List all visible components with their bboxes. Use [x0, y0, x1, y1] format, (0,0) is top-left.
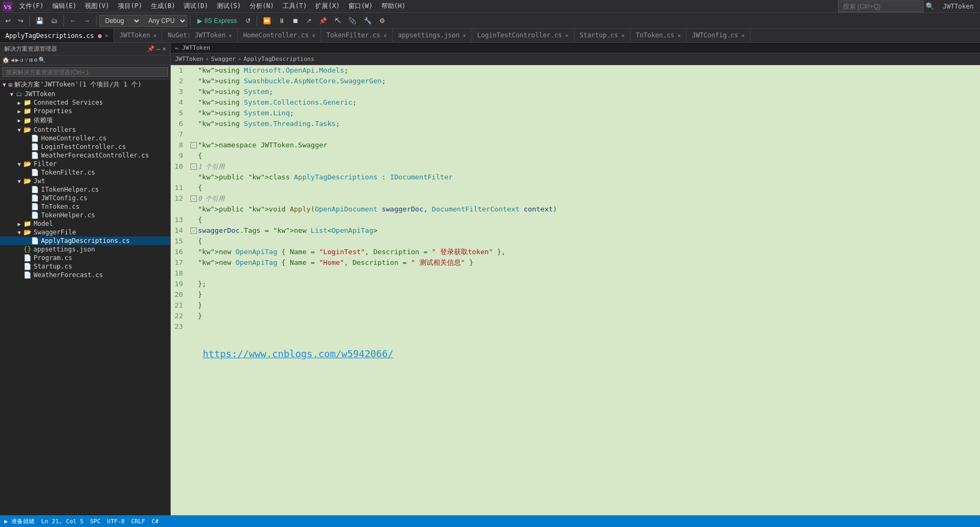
- code-line-8[interactable]: 8—"kw">namespace JWTToken.Swagger: [171, 140, 980, 151]
- tree-item-7[interactable]: 📄 LoginTestController.cs: [0, 143, 170, 151]
- code-line-16[interactable]: 16 "kw">new OpenApiTag { Name = "LoginTe…: [171, 247, 980, 257]
- platform-dropdown[interactable]: Any CPU x86 x64: [142, 15, 187, 27]
- toolbar-more-1[interactable]: ⏩: [260, 16, 274, 26]
- tree-item-14[interactable]: 📄 TnToken.cs: [0, 202, 170, 211]
- menu-tools[interactable]: 工具(T): [278, 1, 312, 12]
- editor-file-tab[interactable]: ✏ JWTToken: [175, 44, 210, 51]
- debug-config-dropdown[interactable]: Debug Release: [99, 15, 141, 27]
- tab-close-8[interactable]: ✕: [678, 33, 681, 38]
- sidebar-collapse-icon[interactable]: —: [157, 45, 161, 52]
- tree-item-21[interactable]: 📄 Startup.cs: [0, 262, 170, 271]
- tree-item-12[interactable]: 📄 ITokenHelper.cs: [0, 185, 170, 194]
- tree-item-3[interactable]: ▶ 📁 Properties: [0, 107, 170, 115]
- code-line-10[interactable]: 10—1 个引用 "kw">public "kw">class ApplyTag…: [171, 161, 980, 183]
- code-line-7[interactable]: 7: [171, 129, 980, 140]
- toolbar-more-5[interactable]: 📌: [316, 16, 330, 26]
- sidebar-search-icon[interactable]: 🔍: [38, 57, 46, 64]
- sidebar-close-icon[interactable]: ✕: [162, 45, 166, 52]
- tab-2[interactable]: NuGet: JWTToken✕: [162, 29, 237, 42]
- tree-item-10[interactable]: 📄 TokenFilter.cs: [0, 168, 170, 177]
- tree-item-5[interactable]: ▼ 📂 Controllers: [0, 125, 170, 134]
- code-line-21[interactable]: 21 }: [171, 300, 980, 311]
- menu-edit[interactable]: 编辑(E): [48, 1, 81, 12]
- code-line-11[interactable]: 11 {: [171, 183, 980, 193]
- tab-9[interactable]: JWTConfig.cs✕: [687, 29, 751, 42]
- code-line-2[interactable]: 2"kw">using Swashbuckle.AspNetCore.Swagg…: [171, 76, 980, 86]
- tab-close-7[interactable]: ✕: [622, 33, 625, 38]
- sidebar-forward-icon[interactable]: ▶: [15, 57, 19, 64]
- tree-item-9[interactable]: ▼ 📂 Filter: [0, 160, 170, 168]
- line-fold-14[interactable]: —: [189, 225, 198, 236]
- redo-button[interactable]: ↪: [15, 16, 27, 26]
- line-fold-8[interactable]: —: [189, 140, 198, 151]
- tab-3[interactable]: HomeController.cs✕: [238, 29, 321, 42]
- menu-test[interactable]: 测试(S): [212, 1, 245, 12]
- menu-window[interactable]: 窗口(W): [344, 1, 377, 12]
- code-line-20[interactable]: 20 }: [171, 289, 980, 300]
- code-line-12[interactable]: 12—0 个引用 "kw">public "kw">void Apply(Ope…: [171, 193, 980, 215]
- code-line-13[interactable]: 13 {: [171, 215, 980, 225]
- toolbar-more-7[interactable]: 📎: [345, 16, 360, 26]
- toolbar-more-4[interactable]: ↗: [303, 16, 315, 26]
- refresh-button[interactable]: ↺: [242, 16, 254, 26]
- save-button[interactable]: 💾: [33, 16, 47, 26]
- forward-button[interactable]: →: [81, 16, 93, 26]
- tree-item-18[interactable]: 📄 ApplyTagDescriptions.cs: [0, 237, 170, 245]
- sidebar-search-input[interactable]: [2, 67, 168, 77]
- sidebar-filter-icon[interactable]: ⊞: [29, 57, 33, 64]
- tab-close-0[interactable]: ✕: [105, 33, 108, 38]
- global-search-input[interactable]: [838, 1, 923, 12]
- tab-close-4[interactable]: ✕: [384, 33, 387, 38]
- toolbar-more-8[interactable]: 🔧: [361, 16, 375, 26]
- undo-button[interactable]: ↩: [2, 16, 14, 26]
- code-line-4[interactable]: 4"kw">using System.Collections.Generic;: [171, 97, 980, 108]
- sidebar-settings-icon[interactable]: ⚙: [34, 57, 38, 64]
- tab-4[interactable]: TokenFilter.cs✕: [321, 29, 393, 42]
- menu-file[interactable]: 文件(F): [15, 1, 48, 12]
- code-line-23[interactable]: 23: [171, 321, 980, 332]
- blog-url[interactable]: https://www.cnblogs.com/w5942066/: [203, 348, 394, 359]
- tree-item-17[interactable]: ▼ 📂 SwaggerFile: [0, 228, 170, 237]
- tree-item-13[interactable]: 📄 JWTConfig.cs: [0, 194, 170, 202]
- tree-item-6[interactable]: 📄 HomeController.cs: [0, 134, 170, 143]
- toolbar-more-9[interactable]: ⚙: [376, 16, 388, 26]
- code-line-19[interactable]: 19 };: [171, 279, 980, 289]
- menu-debug[interactable]: 调试(D): [179, 1, 212, 12]
- menu-project[interactable]: 项目(P): [114, 1, 147, 12]
- toolbar-more-3[interactable]: ⏹: [289, 16, 302, 26]
- code-line-22[interactable]: 22}: [171, 311, 980, 321]
- tab-8[interactable]: TnToken.cs✕: [631, 29, 687, 42]
- code-line-15[interactable]: 15 {: [171, 236, 980, 247]
- tree-item-1[interactable]: ▼ 🗂 JWTToken: [0, 90, 170, 98]
- sidebar-back-icon[interactable]: ◀: [11, 57, 14, 64]
- code-line-3[interactable]: 3"kw">using System;: [171, 86, 980, 97]
- run-button[interactable]: ▶ IIS Express: [193, 16, 241, 26]
- tab-close-1[interactable]: ✕: [153, 33, 156, 38]
- tab-close-9[interactable]: ✕: [742, 33, 745, 38]
- menu-analyze[interactable]: 分析(N): [245, 1, 278, 12]
- code-line-6[interactable]: 6"kw">using System.Threading.Tasks;: [171, 119, 980, 129]
- tree-item-4[interactable]: ▶ 📁 依赖项: [0, 115, 170, 125]
- tab-5[interactable]: appsettings.json✕: [393, 29, 472, 42]
- tab-1[interactable]: JWTToken✕: [114, 29, 163, 42]
- code-line-9[interactable]: 9{: [171, 151, 980, 161]
- tree-item-20[interactable]: 📄 Program.cs: [0, 254, 170, 262]
- tab-0[interactable]: ApplyTagDescriptions.cs ●✕: [0, 29, 114, 42]
- sidebar-sync-icon[interactable]: ↺: [20, 57, 23, 64]
- tab-7[interactable]: Startup.cs✕: [575, 29, 631, 42]
- tree-item-22[interactable]: 📄 WeatherForecast.cs: [0, 271, 170, 279]
- tree-item-15[interactable]: 📄 TokenHelper.cs: [0, 211, 170, 219]
- sidebar-git-icon[interactable]: ⑂: [25, 57, 28, 64]
- tree-item-2[interactable]: ▶ 📁 Connected Services: [0, 98, 170, 107]
- tree-item-8[interactable]: 📄 WeatherForecastController.cs: [0, 151, 170, 160]
- tree-item-11[interactable]: ▼ 📂 Jwt: [0, 177, 170, 185]
- line-fold-10[interactable]: —: [189, 161, 198, 172]
- code-editor[interactable]: 1"kw">using Microsoft.OpenApi.Models;2"k…: [171, 65, 980, 515]
- code-line-14[interactable]: 14— swaggerDoc.Tags = "kw">new List<Open…: [171, 225, 980, 236]
- toolbar-more-6[interactable]: ⛏: [331, 16, 344, 26]
- tree-item-0[interactable]: ▼ ⊞ 解决方案'JWTToken'(1 个项目/共 1 个): [0, 80, 170, 90]
- code-line-18[interactable]: 18: [171, 268, 980, 279]
- menu-extensions[interactable]: 扩展(X): [311, 1, 344, 12]
- back-button[interactable]: ←: [67, 16, 79, 26]
- sidebar-pin-icon[interactable]: 📌: [147, 45, 155, 52]
